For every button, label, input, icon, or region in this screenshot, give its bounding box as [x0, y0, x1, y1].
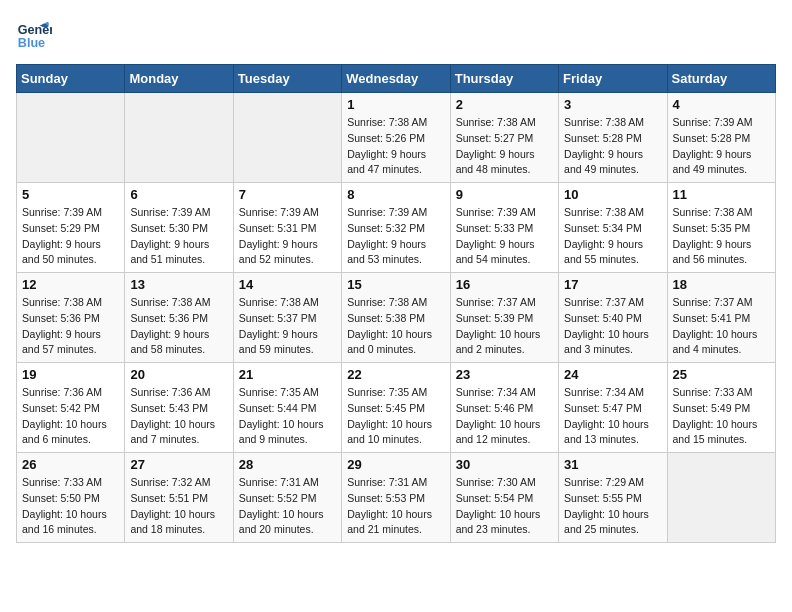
day-number: 28	[239, 457, 336, 472]
calendar-week-row: 26Sunrise: 7:33 AMSunset: 5:50 PMDayligh…	[17, 453, 776, 543]
calendar-cell: 28Sunrise: 7:31 AMSunset: 5:52 PMDayligh…	[233, 453, 341, 543]
svg-text:Blue: Blue	[18, 36, 45, 50]
calendar-cell	[17, 93, 125, 183]
day-number: 25	[673, 367, 770, 382]
calendar-week-row: 19Sunrise: 7:36 AMSunset: 5:42 PMDayligh…	[17, 363, 776, 453]
calendar-cell: 29Sunrise: 7:31 AMSunset: 5:53 PMDayligh…	[342, 453, 450, 543]
day-number: 9	[456, 187, 553, 202]
day-number: 16	[456, 277, 553, 292]
calendar-cell: 17Sunrise: 7:37 AMSunset: 5:40 PMDayligh…	[559, 273, 667, 363]
day-number: 3	[564, 97, 661, 112]
weekday-header-sunday: Sunday	[17, 65, 125, 93]
calendar-cell: 26Sunrise: 7:33 AMSunset: 5:50 PMDayligh…	[17, 453, 125, 543]
weekday-header-tuesday: Tuesday	[233, 65, 341, 93]
day-info: Sunrise: 7:38 AMSunset: 5:27 PMDaylight:…	[456, 115, 553, 178]
calendar-cell: 23Sunrise: 7:34 AMSunset: 5:46 PMDayligh…	[450, 363, 558, 453]
calendar-cell: 15Sunrise: 7:38 AMSunset: 5:38 PMDayligh…	[342, 273, 450, 363]
day-number: 29	[347, 457, 444, 472]
day-number: 6	[130, 187, 227, 202]
day-info: Sunrise: 7:39 AMSunset: 5:30 PMDaylight:…	[130, 205, 227, 268]
calendar-cell: 1Sunrise: 7:38 AMSunset: 5:26 PMDaylight…	[342, 93, 450, 183]
day-number: 27	[130, 457, 227, 472]
calendar-cell: 16Sunrise: 7:37 AMSunset: 5:39 PMDayligh…	[450, 273, 558, 363]
day-info: Sunrise: 7:38 AMSunset: 5:37 PMDaylight:…	[239, 295, 336, 358]
day-info: Sunrise: 7:33 AMSunset: 5:49 PMDaylight:…	[673, 385, 770, 448]
day-number: 18	[673, 277, 770, 292]
logo-icon: General Blue	[16, 16, 52, 52]
logo: General Blue	[16, 16, 52, 52]
day-info: Sunrise: 7:34 AMSunset: 5:47 PMDaylight:…	[564, 385, 661, 448]
day-info: Sunrise: 7:37 AMSunset: 5:39 PMDaylight:…	[456, 295, 553, 358]
day-info: Sunrise: 7:38 AMSunset: 5:28 PMDaylight:…	[564, 115, 661, 178]
page-header: General Blue	[16, 16, 776, 52]
day-info: Sunrise: 7:35 AMSunset: 5:45 PMDaylight:…	[347, 385, 444, 448]
day-info: Sunrise: 7:37 AMSunset: 5:41 PMDaylight:…	[673, 295, 770, 358]
day-info: Sunrise: 7:39 AMSunset: 5:33 PMDaylight:…	[456, 205, 553, 268]
day-info: Sunrise: 7:38 AMSunset: 5:35 PMDaylight:…	[673, 205, 770, 268]
calendar-cell: 14Sunrise: 7:38 AMSunset: 5:37 PMDayligh…	[233, 273, 341, 363]
calendar-cell: 11Sunrise: 7:38 AMSunset: 5:35 PMDayligh…	[667, 183, 775, 273]
day-number: 26	[22, 457, 119, 472]
day-info: Sunrise: 7:30 AMSunset: 5:54 PMDaylight:…	[456, 475, 553, 538]
calendar-cell: 25Sunrise: 7:33 AMSunset: 5:49 PMDayligh…	[667, 363, 775, 453]
calendar-table: SundayMondayTuesdayWednesdayThursdayFrid…	[16, 64, 776, 543]
day-number: 22	[347, 367, 444, 382]
day-info: Sunrise: 7:38 AMSunset: 5:38 PMDaylight:…	[347, 295, 444, 358]
day-info: Sunrise: 7:39 AMSunset: 5:31 PMDaylight:…	[239, 205, 336, 268]
day-number: 31	[564, 457, 661, 472]
day-number: 20	[130, 367, 227, 382]
calendar-cell: 20Sunrise: 7:36 AMSunset: 5:43 PMDayligh…	[125, 363, 233, 453]
calendar-cell: 13Sunrise: 7:38 AMSunset: 5:36 PMDayligh…	[125, 273, 233, 363]
day-info: Sunrise: 7:35 AMSunset: 5:44 PMDaylight:…	[239, 385, 336, 448]
calendar-header-row: SundayMondayTuesdayWednesdayThursdayFrid…	[17, 65, 776, 93]
day-number: 7	[239, 187, 336, 202]
calendar-week-row: 1Sunrise: 7:38 AMSunset: 5:26 PMDaylight…	[17, 93, 776, 183]
day-info: Sunrise: 7:36 AMSunset: 5:43 PMDaylight:…	[130, 385, 227, 448]
calendar-cell: 4Sunrise: 7:39 AMSunset: 5:28 PMDaylight…	[667, 93, 775, 183]
calendar-cell	[125, 93, 233, 183]
day-info: Sunrise: 7:31 AMSunset: 5:52 PMDaylight:…	[239, 475, 336, 538]
day-number: 13	[130, 277, 227, 292]
calendar-cell: 12Sunrise: 7:38 AMSunset: 5:36 PMDayligh…	[17, 273, 125, 363]
calendar-cell: 18Sunrise: 7:37 AMSunset: 5:41 PMDayligh…	[667, 273, 775, 363]
calendar-cell	[667, 453, 775, 543]
day-number: 15	[347, 277, 444, 292]
day-info: Sunrise: 7:39 AMSunset: 5:28 PMDaylight:…	[673, 115, 770, 178]
calendar-cell: 7Sunrise: 7:39 AMSunset: 5:31 PMDaylight…	[233, 183, 341, 273]
day-number: 14	[239, 277, 336, 292]
day-number: 8	[347, 187, 444, 202]
day-number: 5	[22, 187, 119, 202]
weekday-header-monday: Monday	[125, 65, 233, 93]
calendar-cell: 3Sunrise: 7:38 AMSunset: 5:28 PMDaylight…	[559, 93, 667, 183]
day-number: 21	[239, 367, 336, 382]
calendar-cell: 10Sunrise: 7:38 AMSunset: 5:34 PMDayligh…	[559, 183, 667, 273]
day-info: Sunrise: 7:37 AMSunset: 5:40 PMDaylight:…	[564, 295, 661, 358]
calendar-cell: 5Sunrise: 7:39 AMSunset: 5:29 PMDaylight…	[17, 183, 125, 273]
day-number: 12	[22, 277, 119, 292]
calendar-cell: 30Sunrise: 7:30 AMSunset: 5:54 PMDayligh…	[450, 453, 558, 543]
calendar-cell: 6Sunrise: 7:39 AMSunset: 5:30 PMDaylight…	[125, 183, 233, 273]
calendar-cell: 24Sunrise: 7:34 AMSunset: 5:47 PMDayligh…	[559, 363, 667, 453]
weekday-header-friday: Friday	[559, 65, 667, 93]
weekday-header-thursday: Thursday	[450, 65, 558, 93]
weekday-header-wednesday: Wednesday	[342, 65, 450, 93]
calendar-cell: 22Sunrise: 7:35 AMSunset: 5:45 PMDayligh…	[342, 363, 450, 453]
calendar-week-row: 5Sunrise: 7:39 AMSunset: 5:29 PMDaylight…	[17, 183, 776, 273]
calendar-cell: 9Sunrise: 7:39 AMSunset: 5:33 PMDaylight…	[450, 183, 558, 273]
calendar-cell	[233, 93, 341, 183]
day-number: 2	[456, 97, 553, 112]
day-info: Sunrise: 7:38 AMSunset: 5:34 PMDaylight:…	[564, 205, 661, 268]
day-number: 24	[564, 367, 661, 382]
day-info: Sunrise: 7:38 AMSunset: 5:36 PMDaylight:…	[22, 295, 119, 358]
day-number: 11	[673, 187, 770, 202]
day-number: 19	[22, 367, 119, 382]
day-number: 1	[347, 97, 444, 112]
day-info: Sunrise: 7:33 AMSunset: 5:50 PMDaylight:…	[22, 475, 119, 538]
day-info: Sunrise: 7:38 AMSunset: 5:26 PMDaylight:…	[347, 115, 444, 178]
calendar-cell: 2Sunrise: 7:38 AMSunset: 5:27 PMDaylight…	[450, 93, 558, 183]
day-info: Sunrise: 7:39 AMSunset: 5:32 PMDaylight:…	[347, 205, 444, 268]
calendar-cell: 19Sunrise: 7:36 AMSunset: 5:42 PMDayligh…	[17, 363, 125, 453]
day-info: Sunrise: 7:38 AMSunset: 5:36 PMDaylight:…	[130, 295, 227, 358]
day-number: 30	[456, 457, 553, 472]
calendar-week-row: 12Sunrise: 7:38 AMSunset: 5:36 PMDayligh…	[17, 273, 776, 363]
